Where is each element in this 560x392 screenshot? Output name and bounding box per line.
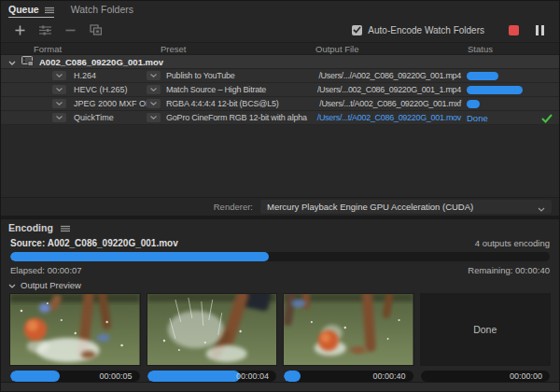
duplicate-button[interactable] — [86, 21, 105, 38]
preview-timecode: 00:00:00 — [510, 371, 542, 382]
renderer-label: Renderer: — [214, 202, 253, 212]
output-preview-label: Output Preview — [21, 280, 81, 290]
preview-cell: 00:00:04 — [147, 294, 277, 382]
preview-cell: 00:00:40 — [284, 294, 413, 382]
output-file-path[interactable]: /Users/.../A002_C086_09220G_001.mp4 — [312, 71, 463, 80]
tab-queue[interactable]: Queue — [8, 1, 54, 18]
auto-encode-group: Auto-Encode Watch Folders — [352, 25, 484, 35]
status-cell: Done — [463, 113, 559, 123]
panel-menu-icon[interactable] — [61, 219, 70, 236]
queue-column-headers: Format Preset Output File Status — [1, 42, 559, 55]
encode-progress-bar — [467, 72, 498, 80]
status-cell — [463, 72, 559, 80]
preview-thumbnail — [10, 294, 140, 365]
queue-row[interactable]: HEVC (H.265) Match Source – High Bitrate… — [1, 83, 559, 97]
chevron-down-icon — [538, 199, 545, 216]
window-footer — [1, 382, 559, 391]
preview-thumbnail — [284, 294, 413, 365]
status-cell — [463, 86, 559, 94]
preset-label[interactable]: Publish to YouTube — [166, 71, 235, 80]
preset-label[interactable]: RGBA 4:4:4:4 12-bit (BCS@L5) — [166, 99, 279, 108]
auto-encode-checkbox[interactable] — [352, 25, 362, 35]
queue-tabbar: Queue Watch Folders — [1, 1, 559, 18]
queue-empty-area — [1, 125, 559, 197]
overall-progress-bar — [10, 252, 269, 261]
remove-button[interactable] — [61, 21, 79, 38]
column-header-status: Status — [463, 44, 559, 54]
preset-label[interactable]: Match Source – High Bitrate — [166, 85, 266, 94]
collapse-chevron-icon[interactable] — [8, 57, 16, 67]
preview-progress-bar — [147, 371, 241, 382]
format-dropdown[interactable] — [52, 85, 66, 94]
renderer-select[interactable]: Mercury Playback Engine GPU Acceleration… — [260, 200, 552, 214]
queue-panel: Queue Watch Folders — [1, 1, 559, 216]
collapse-chevron-icon[interactable] — [8, 280, 16, 290]
overall-progress-track — [10, 252, 550, 261]
queue-row[interactable]: QuickTime GoPro CineForm RGB 12-bit with… — [1, 111, 559, 125]
preview-done-label: Done — [473, 324, 497, 335]
preview-timecode: 00:00:04 — [236, 371, 269, 382]
remaining-time: Remaining: 00:00:40 — [468, 265, 550, 275]
output-file-path[interactable]: /Users/...t/A002_C086_09220G_001.mxf — [312, 99, 463, 108]
encode-progress-bar — [467, 86, 523, 94]
queue-row[interactable]: H.264 Publish to YouTube /Users/.../A002… — [1, 69, 559, 83]
format-dropdown[interactable] — [52, 113, 66, 122]
preset-label[interactable]: GoPro CineForm RGB 12-bit with alpha — [166, 113, 307, 122]
queue-list: A002_C086_09220G_001.mov H.264 Publish t… — [1, 55, 559, 197]
clip-icon — [21, 56, 34, 68]
output-preview-grid: 00:00:05 — [1, 294, 559, 382]
tab-encoding[interactable]: Encoding — [8, 222, 53, 233]
column-header-output: Output File — [312, 44, 463, 54]
preview-time-track: 00:00:40 — [284, 371, 413, 382]
add-preset-icon[interactable] — [35, 21, 54, 38]
encode-progress-bar — [467, 100, 480, 108]
pause-queue-button[interactable] — [536, 25, 544, 35]
encoding-source: Source: A002_C086_09220G_001.mov — [10, 238, 178, 248]
source-group-row[interactable]: A002_C086_09220G_001.mov — [1, 55, 559, 69]
preview-timecode: 00:00:40 — [372, 371, 405, 382]
preview-timecode: 00:00:05 — [99, 371, 132, 382]
preview-thumbnail — [147, 294, 277, 365]
outputs-encoding-status: 4 outputs encoding — [475, 238, 550, 248]
format-label[interactable]: QuickTime — [74, 113, 114, 122]
media-encoder-window: Queue Watch Folders — [0, 0, 560, 392]
preview-time-track: 00:00:04 — [147, 371, 277, 382]
tab-watch-folders-label: Watch Folders — [71, 4, 133, 15]
output-file-path[interactable]: /Users/...002_C086_09220G_001_1.mp4 — [312, 85, 463, 94]
format-label[interactable]: HEVC (H.265) — [74, 85, 128, 94]
preset-dropdown[interactable] — [147, 99, 161, 108]
status-cell — [463, 100, 559, 108]
renderer-bar: Renderer: Mercury Playback Engine GPU Ac… — [1, 197, 559, 216]
queue-row[interactable]: JPEG 2000 MXF OP1a RGBA 4:4:4:4 12-bit (… — [1, 97, 559, 111]
preview-progress-bar — [284, 371, 301, 382]
preset-dropdown[interactable] — [147, 71, 161, 80]
format-label[interactable]: JPEG 2000 MXF OP1a — [74, 99, 147, 108]
encoding-source-row: Source: A002_C086_09220G_001.mov 4 outpu… — [1, 235, 559, 249]
preset-dropdown[interactable] — [147, 85, 161, 94]
format-dropdown[interactable] — [52, 99, 66, 108]
output-preview-header[interactable]: Output Preview — [1, 278, 559, 294]
output-file-link[interactable]: /Users/...t/A002_C086_09220G_001.mov — [312, 113, 463, 122]
preview-cell: 00:00:05 — [10, 294, 140, 382]
encoding-panel: Encoding Source: A002_C086_09220G_001.mo… — [1, 219, 559, 391]
success-check-icon — [541, 114, 553, 125]
preset-dropdown[interactable] — [147, 113, 161, 122]
add-source-button[interactable] — [10, 21, 29, 38]
elapsed-time: Elapsed: 00:00:07 — [10, 265, 82, 275]
preview-time-track: 00:00:05 — [10, 371, 140, 382]
format-dropdown[interactable] — [52, 71, 66, 80]
preview-progress-bar — [10, 371, 60, 382]
encoding-tabbar: Encoding — [1, 219, 559, 235]
panel-menu-icon[interactable] — [45, 1, 54, 18]
source-name: A002_C086_09220G_001.mov — [39, 57, 163, 67]
preview-cell: Done 00:00:00 — [421, 294, 551, 382]
format-label[interactable]: H.264 — [74, 71, 96, 80]
auto-encode-label: Auto-Encode Watch Folders — [368, 25, 484, 35]
column-header-preset: Preset — [147, 44, 312, 54]
tab-watch-folders[interactable]: Watch Folders — [71, 1, 133, 18]
encoding-times-row: Elapsed: 00:00:07 Remaining: 00:00:40 — [1, 262, 559, 278]
tab-queue-label: Queue — [8, 4, 39, 15]
preview-time-track: 00:00:00 — [421, 371, 551, 382]
preview-done-box: Done — [421, 294, 551, 365]
stop-queue-button[interactable] — [509, 25, 519, 35]
